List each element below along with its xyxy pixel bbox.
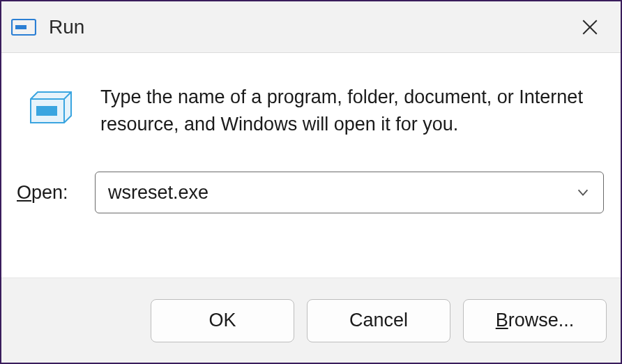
svg-rect-1 bbox=[15, 25, 26, 29]
cancel-button[interactable]: Cancel bbox=[307, 299, 450, 342]
run-titlebar-icon bbox=[11, 17, 36, 37]
close-icon bbox=[581, 18, 599, 36]
titlebar: Run bbox=[1, 1, 621, 53]
description-text: Type the name of a program, folder, docu… bbox=[100, 84, 607, 138]
close-button[interactable] bbox=[576, 13, 604, 41]
browse-button[interactable]: Browse... bbox=[463, 299, 607, 342]
dialog-content: Type the name of a program, folder, docu… bbox=[1, 53, 621, 278]
run-dialog: Run Type the name of a program, folder, … bbox=[0, 0, 622, 364]
chevron-down-icon[interactable] bbox=[575, 185, 591, 200]
open-label: Open: bbox=[17, 182, 78, 204]
svg-rect-4 bbox=[36, 106, 57, 116]
ok-button[interactable]: OK bbox=[151, 299, 294, 342]
run-icon bbox=[29, 86, 77, 126]
open-input[interactable] bbox=[108, 182, 575, 204]
open-row: Open: bbox=[15, 172, 607, 213]
open-combobox[interactable] bbox=[95, 172, 604, 213]
window-title: Run bbox=[49, 16, 84, 38]
dialog-footer: OK Cancel Browse... bbox=[1, 278, 621, 363]
description-row: Type the name of a program, folder, docu… bbox=[15, 84, 607, 138]
